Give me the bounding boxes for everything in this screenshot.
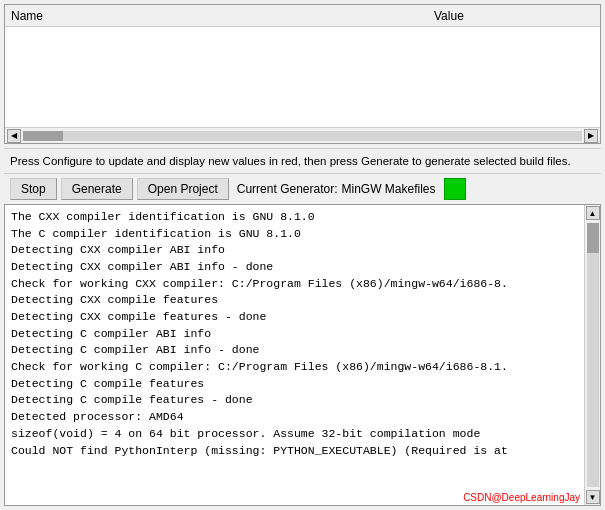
log-content: The CXX compiler identification is GNU 8… [5, 205, 584, 505]
log-line: Detecting C compile features - done [11, 392, 578, 409]
log-line: Check for working CXX compiler: C:/Progr… [11, 276, 578, 293]
cmake-table: Name Value ◀ ▶ [4, 4, 601, 144]
status-indicator [444, 178, 466, 200]
scroll-thumb-h [23, 131, 63, 141]
log-line: Could NOT find PythonInterp (missing: PY… [11, 443, 578, 460]
toolbar: Stop Generate Open Project Current Gener… [4, 174, 601, 204]
scroll-right-arrow[interactable]: ▶ [584, 129, 598, 143]
log-line: Check for working C compiler: C:/Program… [11, 359, 578, 376]
vertical-scrollbar[interactable]: ▲ ▼ [584, 205, 600, 505]
table-header: Name Value [5, 5, 600, 27]
scroll-up-arrow[interactable]: ▲ [586, 206, 600, 220]
log-line: Detecting C compiler ABI info - done [11, 342, 578, 359]
log-line: Detecting CXX compile features - done [11, 309, 578, 326]
log-line: Detecting C compiler ABI info [11, 326, 578, 343]
log-line: The C compiler identification is GNU 8.1… [11, 226, 578, 243]
watermark: CSDN@DeepLearningJay [463, 492, 580, 503]
log-line: Detected processor: AMD64 [11, 409, 578, 426]
scroll-track-h[interactable] [23, 131, 582, 141]
scroll-down-arrow[interactable]: ▼ [586, 490, 600, 504]
log-line: Detecting CXX compiler ABI info - done [11, 259, 578, 276]
open-project-button[interactable]: Open Project [137, 178, 229, 200]
scroll-track-v[interactable] [587, 223, 599, 487]
horizontal-scrollbar[interactable]: ◀ ▶ [5, 127, 600, 143]
log-line: Detecting CXX compiler ABI info [11, 242, 578, 259]
column-value: Value [434, 9, 594, 23]
log-line: The CXX compiler identification is GNU 8… [11, 209, 578, 226]
log-line: sizeof(void) = 4 on 64 bit processor. As… [11, 426, 578, 443]
scroll-left-arrow[interactable]: ◀ [7, 129, 21, 143]
log-area: The CXX compiler identification is GNU 8… [4, 204, 601, 506]
info-bar: Press Configure to update and display ne… [4, 148, 601, 174]
info-text: Press Configure to update and display ne… [10, 155, 571, 167]
log-line: Detecting CXX compile features [11, 292, 578, 309]
scroll-thumb-v [587, 223, 599, 253]
log-line: Detecting C compile features [11, 376, 578, 393]
current-generator-label: Current Generator: [237, 182, 338, 196]
stop-button[interactable]: Stop [10, 178, 57, 200]
main-container: Name Value ◀ ▶ Press Configure to update… [0, 0, 605, 510]
generate-button[interactable]: Generate [61, 178, 133, 200]
table-body [5, 27, 600, 127]
generator-name: MinGW Makefiles [342, 182, 436, 196]
column-name: Name [11, 9, 434, 23]
